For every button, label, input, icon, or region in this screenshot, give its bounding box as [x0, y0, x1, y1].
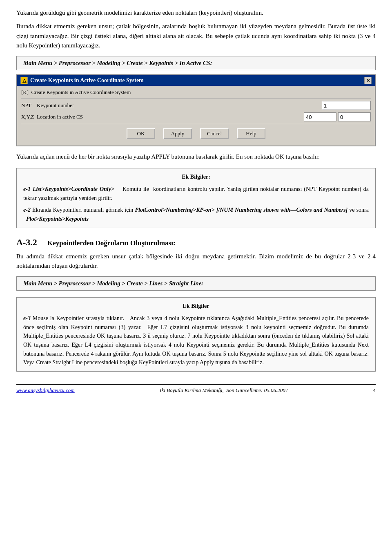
- xyz-input-group: [304, 112, 371, 121]
- dialog-top-label: [K]: [21, 89, 29, 96]
- ek1-text: e-1 List>Keypoints>Coordinate Only> Komu…: [23, 185, 369, 202]
- footer-date: Son Güncelleme: 05.06.2007: [226, 387, 288, 393]
- menu-path-2: Main Menu > Preprocessor > Modeling > Cr…: [16, 276, 376, 291]
- npt-desc: Keypoint number: [37, 102, 322, 109]
- footer-title: İki Boyutlu Kırılma Mekaniği,: [160, 387, 224, 393]
- dialog-divider-1: [21, 98, 371, 99]
- section-number: A-3.2: [16, 237, 41, 248]
- ek-bilgiler-box-1: Ek Bilgiler: e-1 List>Keypoints>Coordina…: [16, 168, 376, 228]
- dialog-body: [K] Create Keypoints in Active Coordinat…: [17, 86, 375, 146]
- npt-input-group: [322, 101, 371, 110]
- npt-input[interactable]: [322, 101, 371, 110]
- help-button[interactable]: Help: [237, 128, 265, 139]
- ek1-label: e-1 List>Keypoints>Coordinate Only>: [23, 186, 114, 192]
- dialog-buttons: OK Apply Cancel Help: [21, 128, 371, 141]
- dialog-icon: △: [20, 77, 28, 84]
- apply-button[interactable]: Apply: [163, 128, 192, 139]
- footer-page: 4: [373, 387, 376, 394]
- ek-bilgiler-title-2: Ek Bilgiler: [23, 302, 369, 311]
- ek3-label: e-3: [23, 315, 31, 321]
- dialog-top-row: [K] Create Keypoints in Active Coordinat…: [21, 89, 371, 96]
- paragraph-2: Burada dikkat etmemiz gereken unsur; çat…: [16, 22, 376, 50]
- xyz-y-input[interactable]: [338, 112, 371, 121]
- xyz-row: X,Y,Z Location in active CS: [21, 112, 371, 121]
- xyz-label: X,Y,Z: [21, 114, 37, 120]
- ok-button[interactable]: OK: [127, 128, 155, 139]
- cancel-button[interactable]: Cancel: [200, 128, 229, 139]
- ek-bilgiler-box-2: Ek Bilgiler e-3 Mouse la Keypointler sır…: [16, 297, 376, 372]
- npt-row: NPT Keypoint number: [21, 101, 371, 110]
- ek2-italic-2: Plot>Keypoints>Keypoints: [26, 216, 89, 222]
- ek-bilgiler-text-2: e-3 Mouse la Keypointler sırasıyla tıkla…: [23, 314, 369, 367]
- footer-url[interactable]: www.ansysbilgihavuzu.com: [16, 387, 75, 394]
- section-title: Keypointlerden Doğruların Oluşturulması:: [47, 239, 176, 247]
- ek-bilgiler-title-1: Ek Bilgiler:: [23, 173, 369, 182]
- footer-center: İki Boyutlu Kırılma Mekaniği, Son Güncel…: [160, 387, 288, 394]
- section-a32-header: A-3.2 Keypointlerden Doğruların Oluşturu…: [16, 237, 376, 248]
- paragraph-1: Yukarıda görüldüğü gibi geometrik modeli…: [16, 8, 376, 18]
- dialog-title: Create Keypoints in Active Coordinate Sy…: [30, 77, 144, 84]
- dialog-titlebar: △ Create Keypoints in Active Coordinate …: [17, 75, 375, 86]
- ek2-label: e-2: [23, 207, 31, 213]
- footer: www.ansysbilgihavuzu.com İki Boyutlu Kır…: [16, 384, 376, 394]
- ek-bilgiler-text-1: e-1 List>Keypoints>Coordinate Only> Komu…: [23, 185, 369, 224]
- xyz-desc: Location in active CS: [37, 114, 304, 120]
- paragraph-4: Bu adımda dikkat etmemiz gereken unsur ç…: [16, 252, 376, 271]
- xyz-x-input[interactable]: [304, 112, 336, 121]
- create-keypoints-dialog: △ Create Keypoints in Active Coordinate …: [16, 74, 376, 146]
- ek2-text: e-2 Ekranda Keypointleri numaralı görmek…: [23, 206, 369, 223]
- dialog-divider-2: [21, 124, 371, 124]
- ek2-italic-1: PlotControl>Numbering>KP-on> [/NUM Numbe…: [135, 207, 347, 213]
- ek3-text: e-3 Mouse la Keypointler sırasıyla tıkla…: [23, 314, 369, 367]
- paragraph-3: Yukarıda açılan menü de her bir nokta sı…: [16, 152, 376, 161]
- dialog-close-button[interactable]: ✕: [364, 77, 372, 84]
- dialog-top-text: Create Keypoints in Active Coordinate Sy…: [31, 89, 131, 96]
- npt-label: NPT: [21, 102, 37, 109]
- menu-path-1: Main Menu > Preprocessor > Modeling > Cr…: [16, 56, 376, 70]
- footer-link[interactable]: www.ansysbilgihavuzu.com: [16, 387, 75, 393]
